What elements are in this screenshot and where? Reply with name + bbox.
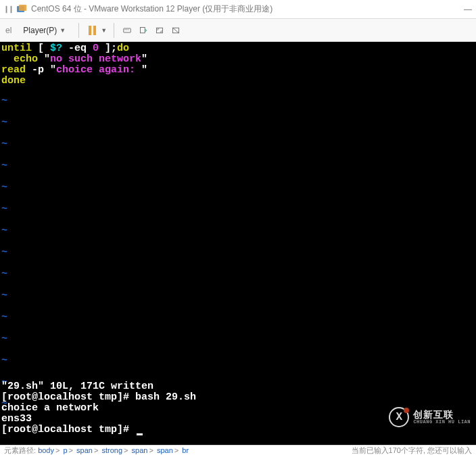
player-menu-button[interactable]: Player(P) ▼ (17, 23, 72, 38)
send-ctrl-alt-del-button[interactable] (121, 24, 133, 37)
player-menu-label: Player(P) (23, 26, 57, 35)
breadcrumb-prefix: 元素路径: (4, 446, 36, 454)
breadcrumb: 元素路径: body> p> span> strong> span> span>… (4, 446, 189, 456)
watermark-subtext: CHUANG XIN HU LIAN (413, 420, 471, 425)
svg-rect-6 (141, 27, 145, 32)
vmware-icon (16, 4, 27, 15)
window-title: CentOS 64 位 - VMware Workstation 12 Play… (31, 3, 464, 15)
code-line: done (0, 76, 476, 87)
svg-rect-5 (128, 29, 129, 30)
toolbar: el Player(P) ▼ ▼ (0, 19, 476, 42)
breadcrumb-item[interactable]: strong (101, 446, 122, 454)
breadcrumb-item[interactable]: p (63, 446, 67, 454)
watermark-logo-icon: X (389, 407, 409, 427)
watermark: X 创新互联 CHUANG XIN HU LIAN (389, 407, 471, 427)
minimize-button[interactable]: — (464, 5, 472, 14)
code-line: echo "no such network" (0, 54, 476, 65)
svg-rect-3 (124, 29, 126, 30)
unity-button[interactable] (170, 24, 182, 37)
svg-rect-4 (126, 29, 128, 30)
snapshot-icon (139, 25, 147, 36)
collapse-icon[interactable] (4, 5, 14, 14)
svg-rect-1 (19, 5, 26, 11)
chevron-down-icon: ▼ (60, 27, 66, 34)
cursor-icon (137, 433, 143, 435)
pause-button[interactable] (86, 24, 98, 37)
element-path-bar: 元素路径: body> p> span> strong> span> span>… (0, 445, 476, 455)
vim-empty-lines: ~~~~ ~~~~ ~~~~ ~~~ (0, 91, 7, 415)
fullscreen-button[interactable] (153, 24, 166, 37)
svg-line-9 (173, 28, 179, 33)
code-line: until [ $? -eq 0 ];do (0, 43, 476, 54)
char-count-text: 当前已输入170个字符, 您还可以输入 (352, 446, 472, 456)
toolbar-divider (78, 23, 79, 38)
breadcrumb-item[interactable]: br (182, 446, 189, 454)
breadcrumb-item[interactable]: span (132, 446, 148, 454)
watermark-text: 创新互联 (413, 410, 471, 420)
snapshot-button[interactable] (137, 24, 149, 37)
output-line: "29.sh" 10L, 171C written (0, 381, 476, 392)
pause-icon (89, 26, 96, 35)
output-line: [root@localhost tmp]# bash 29.sh (0, 392, 476, 403)
breadcrumb-item[interactable]: span (76, 446, 93, 454)
toolbar-left-label: el (5, 26, 11, 35)
breadcrumb-item[interactable]: body (38, 446, 54, 454)
terminal-viewport[interactable]: until [ $? -eq 0 ];do echo "no such netw… (0, 42, 476, 445)
svg-rect-2 (124, 28, 131, 32)
toolbar-divider (114, 23, 114, 38)
keyboard-icon (123, 25, 131, 36)
window-titlebar: CentOS 64 位 - VMware Workstation 12 Play… (0, 0, 476, 19)
breadcrumb-item[interactable]: span (157, 446, 173, 454)
code-line: read -p "choice again: " (0, 65, 476, 76)
unity-icon (172, 25, 180, 36)
fullscreen-icon (156, 25, 164, 36)
chevron-down-icon[interactable]: ▼ (101, 27, 107, 34)
